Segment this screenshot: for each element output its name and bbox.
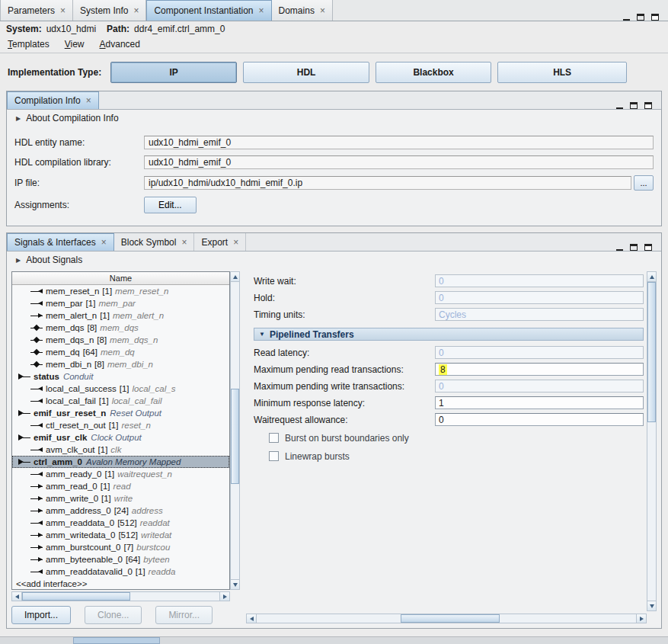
tree-row-mem-dbi-n[interactable]: mem_dbi_n[8]mem_dbi_n (12, 358, 229, 370)
scroll-up-button[interactable] (231, 272, 239, 282)
impl-type-ip-button[interactable]: IP (110, 62, 237, 83)
import-button[interactable]: Import... (11, 606, 71, 624)
tab-close-icon[interactable]: × (181, 238, 187, 247)
tree-row-mem-dqs-n[interactable]: mem_dqs_n[8]mem_dqs_n (12, 334, 229, 346)
tree-row-avm-clk-out[interactable]: avm_clk_out[1]clk (12, 444, 229, 456)
minimize-icon[interactable] (616, 103, 623, 109)
scrollbar-track[interactable] (231, 282, 239, 579)
tab-compilation-info[interactable]: Compilation Info × (7, 91, 99, 109)
linewrap-bursts-checkbox[interactable] (269, 451, 279, 461)
detach-icon[interactable] (630, 102, 638, 109)
maximum-pending-read-transactions-field[interactable]: 8 (435, 363, 644, 376)
detach-icon[interactable] (630, 244, 638, 251)
tree-row-amm-byteenable-0[interactable]: amm_byteenable_0[64]byteen (12, 553, 229, 566)
ip-file-field[interactable]: ip/udx10_hdmi/udx10_hdmi_emif_0.ip (144, 176, 631, 190)
scroll-right-button[interactable] (636, 614, 646, 623)
properties-vertical-scrollbar[interactable] (647, 271, 657, 611)
tree-horizontal-scrollbar[interactable] (11, 591, 230, 601)
timing-units-field[interactable]: Cycles (435, 308, 644, 321)
outer-horizontal-scrollbar[interactable] (0, 636, 668, 644)
scroll-up-button[interactable] (647, 272, 656, 282)
tree-vertical-scrollbar[interactable] (230, 271, 240, 590)
waitrequest-allowance-field[interactable]: 0 (435, 413, 644, 426)
tree-row-status[interactable]: statusConduit (12, 370, 229, 383)
maximum-pending-write-transactions-field[interactable]: 0 (435, 380, 644, 392)
scrollbar-track[interactable] (22, 592, 219, 601)
tree-row-local-cal-success[interactable]: local_cal_success[1]local_cal_s (12, 383, 229, 395)
tree-row-amm-readdatavalid-0[interactable]: amm_readdatavalid_0[1]readda (12, 566, 229, 578)
menu-view[interactable]: View (65, 39, 85, 50)
scroll-left-button[interactable] (247, 614, 257, 623)
about-compilation-info-toggle[interactable]: ▶ About Compilation Info (7, 110, 661, 127)
scrollbar-thumb[interactable] (22, 592, 130, 601)
tab-close-icon[interactable]: × (259, 6, 264, 15)
tab-close-icon[interactable]: × (101, 238, 107, 247)
browse-button[interactable]: ... (634, 175, 654, 191)
tree-row-emif-usr-clk[interactable]: emif_usr_clkClock Output (12, 431, 229, 444)
scroll-right-button[interactable] (219, 592, 229, 601)
hdl-compilation-library-field[interactable]: udx10_hdmi_emif_0 (144, 155, 654, 169)
scrollbar-thumb[interactable] (73, 637, 160, 644)
burst-on-burst-boundaries-only-checkbox[interactable] (269, 433, 279, 443)
tree-row-local-cal-fail[interactable]: local_cal_fail[1]local_cal_fail (12, 395, 229, 407)
tab-close-icon[interactable]: × (133, 6, 139, 15)
tree-row-ctl-reset-n-out[interactable]: ctl_reset_n_out[1]reset_n (12, 419, 229, 431)
tab-close-icon[interactable]: × (86, 96, 91, 105)
tree-row-amm-read-0[interactable]: amm_read_0[1]read (12, 480, 229, 492)
clone-button[interactable]: Clone... (85, 606, 142, 624)
tree-row-amm-readdata-0[interactable]: amm_readdata_0[512]readdat (12, 517, 229, 529)
tab-close-icon[interactable]: × (60, 6, 66, 15)
tab-block-symbol[interactable]: Block Symbol× (114, 233, 195, 251)
tab-signals-interfaces[interactable]: Signals & Interfaces× (7, 233, 114, 251)
tree-row-mem-par[interactable]: mem_par[1]mem_par (12, 297, 229, 309)
mirror-button[interactable]: Mirror... (155, 606, 213, 624)
menu-templates[interactable]: Templates (8, 39, 50, 50)
tree-add-interface-row[interactable]: <<add interface>> (12, 578, 229, 589)
detach-icon[interactable] (637, 14, 644, 21)
tab-close-icon[interactable]: × (320, 6, 325, 15)
tab-domains[interactable]: Domains× (272, 0, 333, 21)
about-signals-toggle[interactable]: ▶ About Signals (7, 252, 661, 268)
impl-type-blackbox-button[interactable]: Blackbox (376, 62, 491, 83)
impl-type-hls-button[interactable]: HLS (497, 62, 627, 83)
write-wait-field[interactable]: 0 (435, 274, 644, 287)
tree-row-amm-burstcount-0[interactable]: amm_burstcount_0[7]burstcou (12, 541, 229, 553)
tree-row-mem-dqs[interactable]: mem_dqs[8]mem_dqs (12, 322, 229, 334)
tree-row-amm-writedata-0[interactable]: amm_writedata_0[512]writedat (12, 529, 229, 541)
scroll-down-button[interactable] (231, 579, 239, 589)
properties-horizontal-scrollbar[interactable] (246, 614, 647, 623)
maximize-icon[interactable] (651, 14, 659, 21)
tab-component-instantiation[interactable]: Component Instantiation× (146, 0, 271, 21)
tab-export[interactable]: Export× (194, 233, 246, 251)
minimum-response-latency-field[interactable]: 1 (435, 396, 644, 409)
tree-name-column-header[interactable]: Name (12, 272, 229, 285)
tree-row-mem-reset-n[interactable]: mem_reset_n[1]mem_reset_n (12, 285, 229, 297)
tree-row-ctrl-amm-0[interactable]: ctrl_amm_0Avalon Memory Mapped (12, 456, 229, 468)
tree-row-mem-dq[interactable]: mem_dq[64]mem_dq (12, 346, 229, 358)
impl-type-hdl-button[interactable]: HDL (243, 62, 369, 83)
tab-system-info[interactable]: System Info× (73, 0, 146, 21)
tree-row-mem-alert-n[interactable]: mem_alert_n[1]mem_alert_n (12, 309, 229, 322)
maximize-icon[interactable] (644, 244, 652, 251)
scrollbar-thumb[interactable] (231, 389, 239, 484)
scrollbar-track[interactable] (257, 614, 636, 623)
section-pipelined-transfers[interactable]: ▼Pipelined Transfers (254, 328, 644, 341)
tree-row-amm-address-0[interactable]: amm_address_0[24]address (12, 505, 229, 517)
menu-advanced[interactable]: Advanced (100, 39, 140, 50)
tree-row-amm-ready-0[interactable]: amm_ready_0[1]waitrequest_n (12, 468, 229, 480)
scroll-down-button[interactable] (647, 601, 656, 610)
maximize-icon[interactable] (644, 102, 652, 109)
tab-parameters[interactable]: Parameters× (0, 0, 73, 21)
minimize-icon[interactable] (616, 245, 623, 251)
tree-row-amm-write-0[interactable]: amm_write_0[1]write (12, 492, 229, 505)
tree-row-emif-usr-reset-n[interactable]: emif_usr_reset_nReset Output (12, 407, 229, 419)
scrollbar-thumb[interactable] (647, 282, 656, 422)
hdl-entity-name-field[interactable]: udx10_hdmi_emif_0 (144, 136, 654, 149)
scrollbar-track[interactable] (647, 282, 656, 601)
edit-button[interactable]: Edit... (144, 197, 197, 213)
minimize-icon[interactable] (623, 14, 630, 21)
tab-close-icon[interactable]: × (233, 238, 238, 247)
scroll-left-button[interactable] (12, 592, 22, 601)
scrollbar-thumb[interactable] (401, 614, 499, 623)
hold-field[interactable]: 0 (435, 291, 644, 304)
